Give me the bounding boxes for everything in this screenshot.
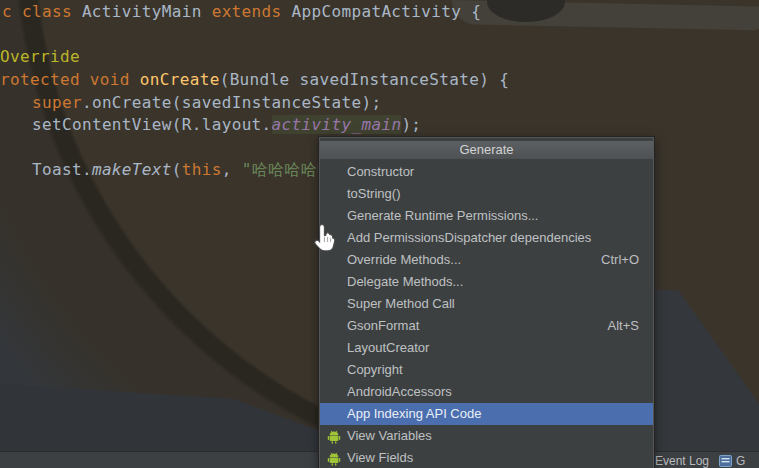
- code-token: makeText: [92, 160, 172, 179]
- android-icon: [327, 429, 341, 443]
- code-token: rotected: [0, 70, 90, 89]
- code-token: );: [401, 115, 421, 134]
- code-token: onCreate: [140, 70, 220, 89]
- menu-item-app-indexing-api-code[interactable]: App Indexing API Code: [320, 403, 653, 425]
- menu-item-label: Copyright: [347, 359, 639, 381]
- menu-item-label: View Variables: [347, 425, 639, 447]
- code-token: void: [90, 70, 140, 89]
- code-token: this: [182, 160, 222, 179]
- menu-item-view-fields[interactable]: View Fields: [320, 447, 653, 468]
- code-token: (Bundle savedInstanceState) {: [220, 70, 510, 89]
- code-line: rotected void onCreate(Bundle savedInsta…: [0, 70, 509, 90]
- code-token: AppCompatActivity {: [292, 2, 482, 21]
- code-line: c class ActivityMain extends AppCompatAc…: [2, 2, 481, 22]
- code-token: ,: [222, 160, 242, 179]
- menu-item-androidaccessors[interactable]: AndroidAccessors: [320, 381, 653, 403]
- code-token: ActivityMain: [82, 2, 212, 21]
- menu-item-label: App Indexing API Code: [347, 403, 639, 425]
- menu-item-generate-runtime-permissions[interactable]: Generate Runtime Permissions...: [320, 205, 653, 227]
- android-icon: [327, 451, 341, 465]
- code-token: c: [2, 2, 22, 21]
- menu-item-label: Super Method Call: [347, 293, 639, 315]
- code-token: activity_main: [272, 115, 402, 134]
- code-token: .onCreate(savedInstanceState);: [82, 93, 381, 112]
- menu-item-copyright[interactable]: Copyright: [320, 359, 653, 381]
- code-line: Override: [0, 47, 80, 67]
- code-line: setContentView(R.layout.activity_main);: [32, 115, 421, 135]
- event-log-button[interactable]: Event Log: [655, 454, 709, 468]
- menu-item-view-variables[interactable]: View Variables: [320, 425, 653, 447]
- code-token: setContentView(R.layout.: [32, 115, 272, 134]
- code-line: super.onCreate(savedInstanceState);: [32, 93, 381, 113]
- menu-item-add-permissionsdispatcher-dependencies[interactable]: Add PermissionsDispatcher dependencies: [320, 227, 653, 249]
- menu-item-label: Generate Runtime Permissions...: [347, 205, 639, 227]
- menu-item-label: GsonFormat: [347, 315, 608, 337]
- menu-item-label: View Fields: [347, 447, 639, 468]
- menu-item-label: AndroidAccessors: [347, 381, 639, 403]
- popup-title: Generate: [320, 141, 653, 159]
- menu-item-shortcut: Alt+S: [608, 315, 639, 337]
- generate-popup-menu: Generate ConstructortoString()Generate R…: [319, 137, 654, 468]
- menu-item-override-methods[interactable]: Override Methods...Ctrl+O: [320, 249, 653, 271]
- menu-item-tostring[interactable]: toString(): [320, 183, 653, 205]
- code-token: super: [32, 93, 82, 112]
- code-token: (: [172, 160, 182, 179]
- menu-item-label: Delegate Methods...: [347, 271, 639, 293]
- popup-menu-list: ConstructortoString()Generate Runtime Pe…: [320, 159, 653, 468]
- status-clipped-label[interactable]: G: [736, 454, 745, 468]
- menu-item-label: Override Methods...: [347, 249, 601, 271]
- code-token: Override: [0, 47, 80, 66]
- hand-cursor-icon: [313, 223, 338, 258]
- code-token: extends: [212, 2, 292, 21]
- ide-screen: c class ActivityMain extends AppCompatAc…: [0, 0, 759, 468]
- menu-item-layoutcreator[interactable]: LayoutCreator: [320, 337, 653, 359]
- menu-item-label: Add PermissionsDispatcher dependencies: [347, 227, 639, 249]
- event-log-icon[interactable]: [719, 455, 732, 467]
- code-token: Toast.: [32, 160, 92, 179]
- status-bar-right: Event Log G: [655, 452, 745, 468]
- menu-item-constructor[interactable]: Constructor: [320, 161, 653, 183]
- menu-item-label: Constructor: [347, 161, 639, 183]
- code-line: Toast.makeText(this, "哈哈哈哈哈: [32, 160, 333, 180]
- menu-item-super-method-call[interactable]: Super Method Call: [320, 293, 653, 315]
- menu-item-label: toString(): [347, 183, 639, 205]
- menu-item-gsonformat[interactable]: GsonFormatAlt+S: [320, 315, 653, 337]
- menu-item-shortcut: Ctrl+O: [601, 249, 639, 271]
- menu-item-delegate-methods[interactable]: Delegate Methods...: [320, 271, 653, 293]
- menu-item-label: LayoutCreator: [347, 337, 639, 359]
- code-token: class: [22, 2, 82, 21]
